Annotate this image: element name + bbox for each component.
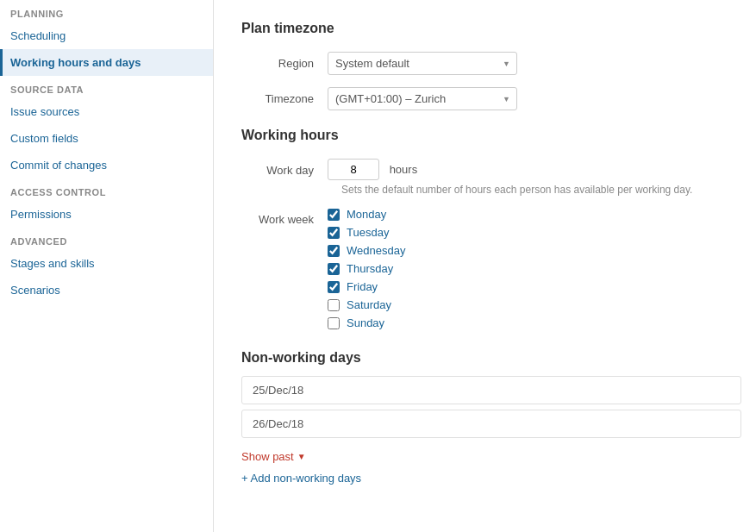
nonworking-day-0: 25/Dec/18 xyxy=(241,376,741,404)
sidebar-item-issue-sources[interactable]: Issue sources xyxy=(0,98,213,125)
sidebar-item-working-hours[interactable]: Working hours and days xyxy=(0,49,213,76)
region-select-wrapper: System default xyxy=(328,52,517,75)
thursday-checkbox[interactable] xyxy=(328,263,340,275)
sidebar: PLANNING Scheduling Working hours and da… xyxy=(0,0,214,532)
day-row-thursday: Thursday xyxy=(328,262,405,275)
sidebar-item-custom-fields[interactable]: Custom fields xyxy=(0,125,213,152)
timezone-label: Timezone xyxy=(241,92,328,105)
source-data-section-label: SOURCE DATA xyxy=(0,76,213,98)
wednesday-checkbox[interactable] xyxy=(328,245,340,257)
day-row-sunday: Sunday xyxy=(328,316,405,329)
workday-hours-input[interactable] xyxy=(328,159,379,180)
sidebar-item-scheduling[interactable]: Scheduling xyxy=(0,22,213,49)
sidebar-item-commit-of-changes[interactable]: Commit of changes xyxy=(0,152,213,178)
workday-input-group: hours xyxy=(328,159,417,180)
nonworking-days-title: Non-working days xyxy=(241,350,728,366)
hours-suffix: hours xyxy=(390,163,418,176)
working-hours-section: Working hours Work day hours Sets the de… xyxy=(241,128,728,329)
sunday-label[interactable]: Sunday xyxy=(347,316,384,329)
friday-label[interactable]: Friday xyxy=(347,280,378,293)
monday-label[interactable]: Monday xyxy=(347,208,386,221)
plan-timezone-title: Plan timezone xyxy=(241,21,728,36)
saturday-checkbox[interactable] xyxy=(328,299,340,311)
region-label: Region xyxy=(241,57,328,70)
day-row-saturday: Saturday xyxy=(328,298,405,311)
day-row-tuesday: Tuesday xyxy=(328,226,405,239)
nonworking-day-1: 26/Dec/18 xyxy=(241,410,741,438)
chevron-down-icon: ▼ xyxy=(297,452,306,461)
workweek-days: Monday Tuesday Wednesday Thursday Friday xyxy=(328,208,405,329)
day-row-wednesday: Wednesday xyxy=(328,244,405,257)
tuesday-checkbox[interactable] xyxy=(328,227,340,239)
wednesday-label[interactable]: Wednesday xyxy=(347,244,405,257)
main-content: Plan timezone Region System default Time… xyxy=(214,0,756,532)
saturday-label[interactable]: Saturday xyxy=(347,298,391,311)
tuesday-label[interactable]: Tuesday xyxy=(347,226,389,239)
sidebar-item-scenarios[interactable]: Scenarios xyxy=(0,277,213,304)
day-row-friday: Friday xyxy=(328,280,405,293)
friday-checkbox[interactable] xyxy=(328,281,340,293)
region-row: Region System default xyxy=(241,52,728,75)
access-control-section-label: ACCESS CONTROL xyxy=(0,178,213,201)
monday-checkbox[interactable] xyxy=(328,209,340,221)
timezone-select-wrapper: (GMT+01:00) – Zurich xyxy=(328,87,517,110)
workweek-label: Work week xyxy=(241,208,328,226)
workday-help-text: Sets the default number of hours each pe… xyxy=(341,184,728,196)
advanced-section-label: ADVANCED xyxy=(0,228,213,250)
sunday-checkbox[interactable] xyxy=(328,317,340,329)
add-nonworking-days-link[interactable]: + Add non-working days xyxy=(241,472,728,485)
timezone-row: Timezone (GMT+01:00) – Zurich xyxy=(241,87,728,110)
show-past-link[interactable]: Show past ▼ xyxy=(241,450,306,463)
sidebar-item-stages-and-skills[interactable]: Stages and skills xyxy=(0,250,213,277)
working-hours-title: Working hours xyxy=(241,128,728,143)
nonworking-days-section: Non-working days 25/Dec/18 26/Dec/18 Sho… xyxy=(241,350,728,485)
planning-section-label: PLANNING xyxy=(0,0,213,22)
show-past-label: Show past xyxy=(241,450,294,463)
workday-label: Work day xyxy=(241,159,328,177)
region-select[interactable]: System default xyxy=(328,52,517,75)
workweek-row: Work week Monday Tuesday Wednesday Thurs… xyxy=(241,208,728,329)
sidebar-item-permissions[interactable]: Permissions xyxy=(0,201,213,228)
thursday-label[interactable]: Thursday xyxy=(347,262,393,275)
day-row-monday: Monday xyxy=(328,208,405,221)
workday-row: Work day hours xyxy=(241,159,728,180)
plan-timezone-section: Plan timezone Region System default Time… xyxy=(241,21,728,110)
timezone-select[interactable]: (GMT+01:00) – Zurich xyxy=(328,87,517,110)
